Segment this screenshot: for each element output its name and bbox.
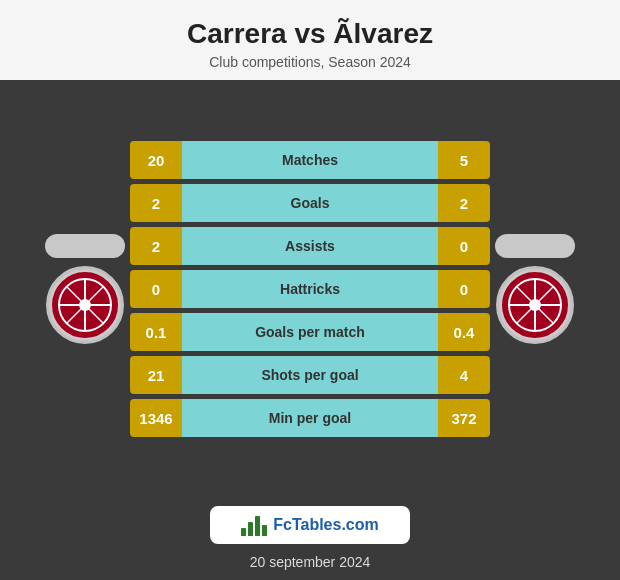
stat-row: 2Assists0 xyxy=(130,227,490,265)
stat-left-value: 20 xyxy=(130,141,182,179)
stat-left-value: 0.1 xyxy=(130,313,182,351)
right-club-logo xyxy=(496,266,574,344)
match-subtitle: Club competitions, Season 2024 xyxy=(10,54,610,70)
main-area: 20Matches52Goals22Assists00Hattricks00.1… xyxy=(0,80,620,498)
stat-left-value: 2 xyxy=(130,184,182,222)
stat-right-value: 4 xyxy=(438,356,490,394)
stat-row: 2Goals2 xyxy=(130,184,490,222)
stat-label: Matches xyxy=(182,141,438,179)
stat-right-value: 0 xyxy=(438,270,490,308)
stats-container: 20Matches52Goals22Assists00Hattricks00.1… xyxy=(130,141,490,437)
stat-right-value: 0 xyxy=(438,227,490,265)
stat-row: 21Shots per goal4 xyxy=(130,356,490,394)
left-team-pill xyxy=(45,234,125,258)
footer-logo: FcTables.com xyxy=(210,506,410,544)
stat-left-value: 2 xyxy=(130,227,182,265)
footer-logo-text: FcTables.com xyxy=(273,516,379,534)
bar4 xyxy=(262,525,267,536)
stat-label: Goals xyxy=(182,184,438,222)
stat-label: Hattricks xyxy=(182,270,438,308)
stat-left-value: 1346 xyxy=(130,399,182,437)
right-team-pill xyxy=(495,234,575,258)
stat-label: Assists xyxy=(182,227,438,265)
left-club-logo xyxy=(46,266,124,344)
stat-left-value: 21 xyxy=(130,356,182,394)
header: Carrera vs Ãlvarez Club competitions, Se… xyxy=(0,0,620,80)
bar3 xyxy=(255,516,260,536)
bar2 xyxy=(248,522,253,536)
stat-right-value: 372 xyxy=(438,399,490,437)
stat-row: 0Hattricks0 xyxy=(130,270,490,308)
stat-label: Shots per goal xyxy=(182,356,438,394)
stat-label: Min per goal xyxy=(182,399,438,437)
stat-label: Goals per match xyxy=(182,313,438,351)
bar-chart-icon xyxy=(241,514,267,536)
svg-point-13 xyxy=(529,299,541,311)
stat-row: 0.1Goals per match0.4 xyxy=(130,313,490,351)
bottom-area: FcTables.com 20 september 2024 xyxy=(0,498,620,580)
bar1 xyxy=(241,528,246,536)
stat-right-value: 2 xyxy=(438,184,490,222)
stat-right-value: 5 xyxy=(438,141,490,179)
svg-point-6 xyxy=(79,299,91,311)
stat-right-value: 0.4 xyxy=(438,313,490,351)
stat-row: 1346Min per goal372 xyxy=(130,399,490,437)
stat-row: 20Matches5 xyxy=(130,141,490,179)
footer-date: 20 september 2024 xyxy=(250,548,371,580)
match-title: Carrera vs Ãlvarez xyxy=(10,18,610,50)
left-team xyxy=(40,234,130,344)
right-team xyxy=(490,234,580,344)
stat-left-value: 0 xyxy=(130,270,182,308)
